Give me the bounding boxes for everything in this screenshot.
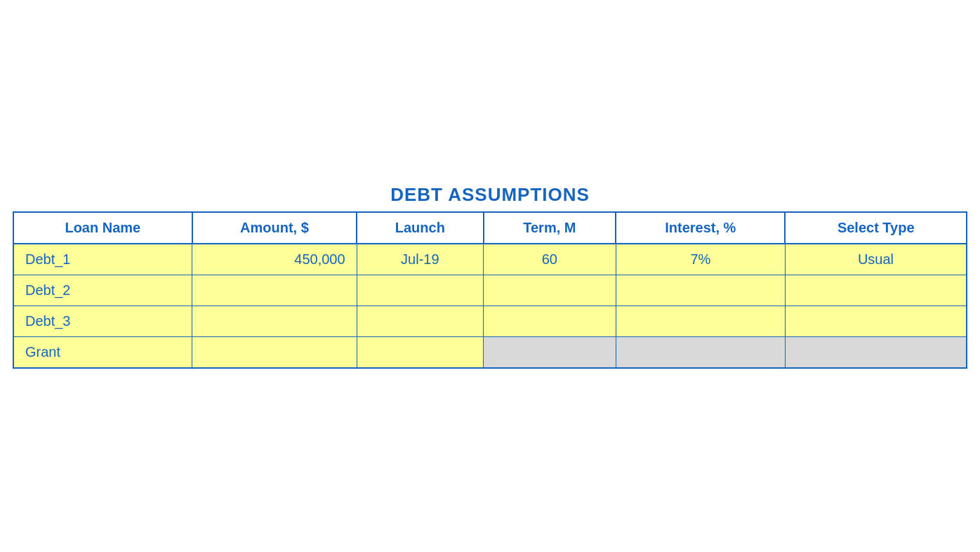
table-cell: Jul-19 xyxy=(357,244,483,275)
table-wrapper: DEBT ASSUMPTIONS Loan Name Amount, $ Lau… xyxy=(13,184,967,369)
header-term: Term, M xyxy=(484,212,616,244)
debt-table: Loan Name Amount, $ Launch Term, M Inter… xyxy=(13,211,967,369)
header-select-type: Select Type xyxy=(785,212,967,244)
table-cell: 450,000 xyxy=(192,244,357,275)
table-cell xyxy=(192,275,357,305)
table-cell xyxy=(484,336,616,368)
table-cell: 60 xyxy=(484,244,616,275)
page-container: DEBT ASSUMPTIONS Loan Name Amount, $ Lau… xyxy=(0,184,980,369)
table-row: Grant xyxy=(13,336,967,368)
table-cell xyxy=(357,275,483,305)
table-title: DEBT ASSUMPTIONS xyxy=(13,184,967,206)
table-cell: Usual xyxy=(785,244,967,275)
table-cell xyxy=(192,336,357,368)
table-cell: Debt_3 xyxy=(13,305,192,336)
table-header-row: Loan Name Amount, $ Launch Term, M Inter… xyxy=(13,212,967,244)
table-cell xyxy=(192,305,357,336)
table-cell xyxy=(616,305,785,336)
header-interest: Interest, % xyxy=(616,212,785,244)
table-cell xyxy=(484,305,616,336)
table-cell xyxy=(785,305,967,336)
table-cell xyxy=(484,275,616,305)
table-cell: 7% xyxy=(616,244,785,275)
table-cell xyxy=(616,336,785,368)
table-cell xyxy=(616,275,785,305)
table-cell: Debt_1 xyxy=(13,244,192,275)
table-row: Debt_2 xyxy=(13,275,967,305)
table-row: Debt_1450,000Jul-19607%Usual xyxy=(13,244,967,275)
header-launch: Launch xyxy=(357,212,483,244)
table-cell xyxy=(785,336,967,368)
table-cell: Grant xyxy=(13,336,192,368)
header-amount: Amount, $ xyxy=(192,212,357,244)
header-loan-name: Loan Name xyxy=(13,212,192,244)
table-cell xyxy=(357,336,483,368)
table-cell xyxy=(785,275,967,305)
table-cell xyxy=(357,305,483,336)
table-cell: Debt_2 xyxy=(13,275,192,305)
table-row: Debt_3 xyxy=(13,305,967,336)
